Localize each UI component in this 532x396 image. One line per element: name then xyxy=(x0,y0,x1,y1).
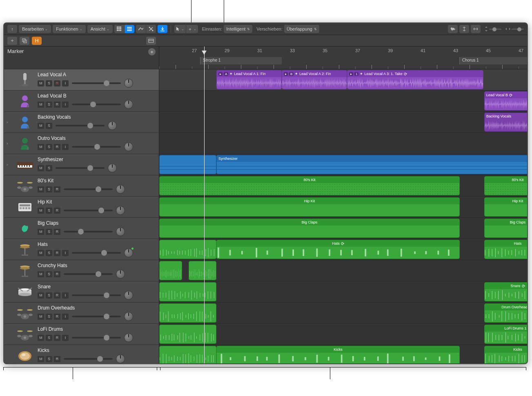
m-button[interactable]: M xyxy=(38,271,44,277)
i-button[interactable]: I xyxy=(62,335,69,341)
track-header[interactable]: Snare MSRI xyxy=(4,281,159,303)
volume-slider[interactable] xyxy=(64,273,113,275)
m-button[interactable]: M xyxy=(38,123,44,129)
horizontal-zoom-button[interactable] xyxy=(471,25,481,33)
m-button[interactable]: M xyxy=(38,144,44,150)
s-button[interactable]: S xyxy=(46,314,52,320)
region[interactable]: Kicks xyxy=(484,346,527,363)
pan-knob[interactable] xyxy=(116,206,125,215)
region[interactable]: Kicks xyxy=(216,346,460,363)
m-button[interactable]: M xyxy=(38,102,44,108)
pan-knob[interactable] xyxy=(116,185,125,194)
m-button[interactable]: M xyxy=(38,186,44,192)
volume-slider[interactable] xyxy=(72,82,121,84)
track-header[interactable]: › Outro Vocals MSRI xyxy=(4,133,159,154)
v-zoom-slider[interactable] xyxy=(485,27,501,31)
track-lane[interactable]: Big ClapsBig Claps xyxy=(159,218,527,239)
vertical-zoom-button[interactable] xyxy=(459,25,469,33)
s-button[interactable]: S xyxy=(46,271,52,277)
pan-knob[interactable] xyxy=(116,270,125,279)
catch-playhead-button[interactable] xyxy=(158,25,167,33)
duplicate-track-button[interactable] xyxy=(20,37,29,45)
pan-knob[interactable] xyxy=(124,333,133,342)
s-button[interactable]: S xyxy=(46,123,52,129)
region[interactable]: Drum Overheads⟳ xyxy=(484,303,527,323)
track-header[interactable]: Hip Kit MSR xyxy=(4,197,159,218)
s-button[interactable]: S xyxy=(46,165,52,171)
s-button[interactable]: S xyxy=(46,292,52,299)
track-header[interactable]: Lead Vocal B MSRI xyxy=(4,91,159,112)
pan-knob[interactable] xyxy=(124,79,133,88)
m-button[interactable]: M xyxy=(38,314,44,320)
view-menu[interactable]: Ansicht ⌄ xyxy=(87,25,113,33)
track-lane[interactable] xyxy=(159,260,527,281)
grid-view-button[interactable] xyxy=(114,25,124,33)
disclosure-triangle[interactable]: › xyxy=(7,162,12,167)
disclosure-triangle[interactable]: › xyxy=(7,141,12,146)
pan-knob[interactable] xyxy=(116,227,125,236)
region[interactable] xyxy=(159,325,216,344)
i-button[interactable]: I xyxy=(62,80,69,86)
r-button[interactable]: R xyxy=(54,80,60,86)
arrangement-marker[interactable]: Chorus 1 xyxy=(459,57,527,64)
volume-slider[interactable] xyxy=(72,252,121,254)
r-button[interactable]: R xyxy=(54,292,60,299)
flex-button[interactable] xyxy=(146,25,156,33)
up-arrow-button[interactable]: ↑ xyxy=(7,25,17,33)
i-button[interactable]: I xyxy=(62,102,69,108)
volume-slider[interactable] xyxy=(72,104,121,105)
track-header[interactable]: Kicks MSR xyxy=(4,345,159,363)
r-button[interactable]: R xyxy=(54,356,60,362)
pan-knob[interactable] xyxy=(116,354,125,363)
volume-slider[interactable] xyxy=(64,188,113,190)
track-lane[interactable]: 80's Kit80's Kit xyxy=(159,175,527,197)
i-button[interactable]: I xyxy=(62,292,69,299)
s-button[interactable]: S xyxy=(46,144,52,150)
i-button[interactable]: I xyxy=(62,314,69,320)
s-button[interactable]: S xyxy=(46,335,52,341)
pan-knob[interactable] xyxy=(124,291,133,300)
track-header[interactable]: › Backing Vocals MS xyxy=(4,112,159,133)
track-lane[interactable]: Hip KitHip Kit xyxy=(159,197,527,218)
region[interactable]: Lead Vocal B⟳ xyxy=(484,91,527,111)
s-button[interactable]: S xyxy=(46,186,52,192)
track-header[interactable]: 80's Kit MSR xyxy=(4,175,159,197)
region[interactable] xyxy=(159,303,216,323)
arrange-area[interactable]: 2729313335373941434547 Strophe 1Chorus 1… xyxy=(159,46,527,363)
m-button[interactable]: M xyxy=(38,250,44,256)
region[interactable] xyxy=(159,261,182,280)
region[interactable]: ▸1✦Lead Vocal A 3: 1. Take⟳ xyxy=(347,70,483,89)
region[interactable]: Big Claps xyxy=(484,219,527,238)
m-button[interactable]: M xyxy=(38,335,44,341)
track-lane[interactable]: Backing Vocals xyxy=(159,112,527,133)
volume-slider[interactable] xyxy=(64,231,113,232)
region[interactable]: Backing Vocals xyxy=(484,113,527,132)
m-button[interactable]: M xyxy=(38,356,44,362)
track-header[interactable]: Hats MSRI xyxy=(4,239,159,260)
edit-menu[interactable]: Bearbeiten ⌄ xyxy=(19,25,51,33)
automation-button[interactable] xyxy=(136,25,146,33)
track-lane[interactable]: Synthesizer xyxy=(159,154,527,175)
m-button[interactable]: M xyxy=(38,229,44,235)
r-button[interactable]: R xyxy=(54,335,60,341)
s-button[interactable]: S xyxy=(46,208,52,214)
volume-slider[interactable] xyxy=(64,210,113,211)
shift-select[interactable]: Überlappung ⇅ xyxy=(284,25,319,33)
track-header[interactable]: Big Claps MSR xyxy=(4,218,159,239)
functions-menu[interactable]: Funktionen ⌄ xyxy=(53,25,85,33)
r-button[interactable]: R xyxy=(54,144,60,150)
r-button[interactable]: R xyxy=(54,250,60,256)
add-marker-button[interactable]: + xyxy=(148,48,156,55)
volume-slider[interactable] xyxy=(72,337,121,338)
track-lane[interactable]: LoFi Drums 1⟳ xyxy=(159,324,527,345)
region[interactable]: ▸A✦Lead Vocal A 1: Fin xyxy=(216,70,282,89)
volume-slider[interactable] xyxy=(72,294,121,296)
r-button[interactable]: R xyxy=(54,229,60,235)
list-view-button[interactable] xyxy=(125,25,134,33)
r-button[interactable]: R xyxy=(54,314,60,320)
pan-knob[interactable] xyxy=(124,248,133,257)
track-lane[interactable]: ▸A✦Lead Vocal A 1: Fin▸B✦Lead Vocal A 2:… xyxy=(159,69,527,91)
pointer-tool[interactable]: ⌄ xyxy=(174,25,186,33)
track-header[interactable]: Drum Overheads MSRI xyxy=(4,303,159,324)
playhead[interactable] xyxy=(204,46,205,363)
